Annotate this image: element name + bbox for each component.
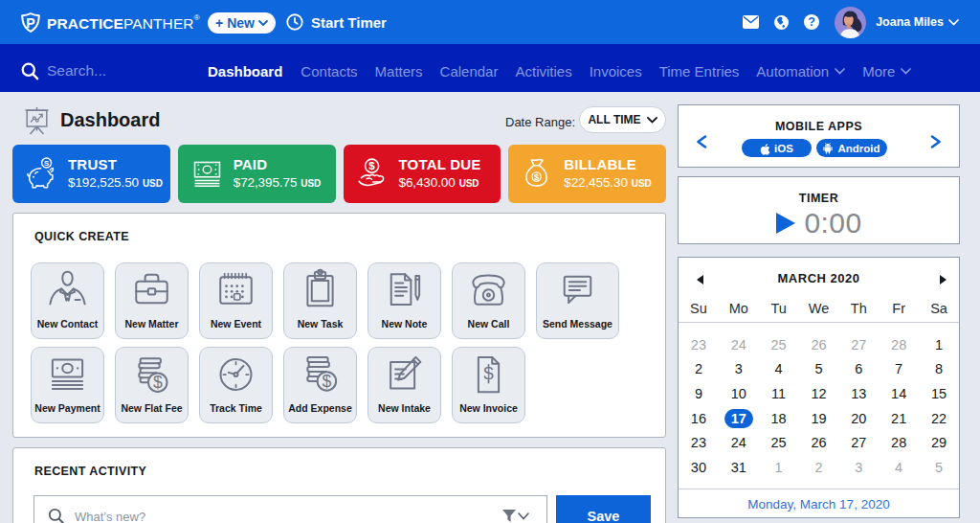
svg-text:?: ? [808, 15, 815, 29]
svg-text:S: S [44, 159, 49, 168]
svg-text:$: $ [534, 172, 540, 182]
svg-text:$: $ [368, 160, 375, 171]
svg-text:$: $ [153, 373, 163, 392]
svg-text:P: P [26, 15, 34, 31]
svg-text:$: $ [323, 372, 332, 391]
